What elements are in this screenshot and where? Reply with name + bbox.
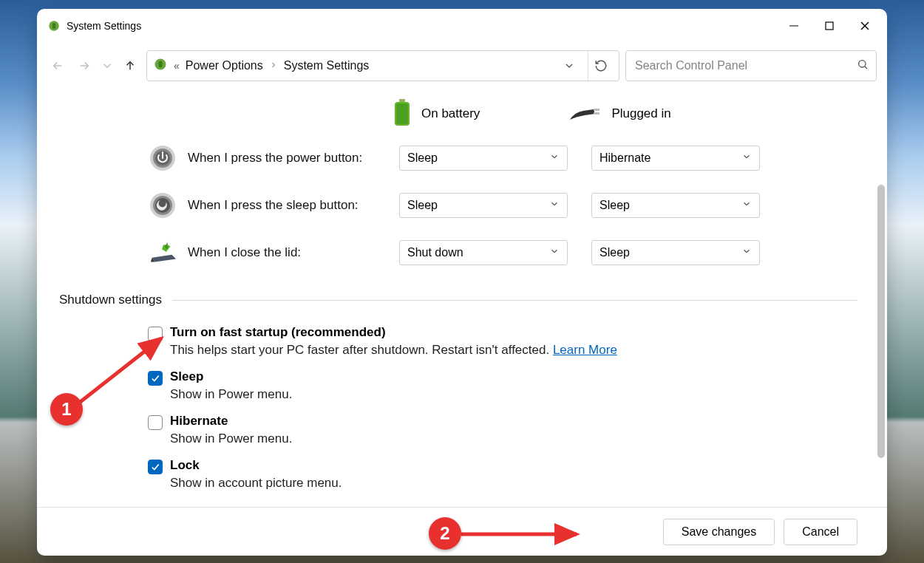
maximize-button[interactable] (812, 11, 847, 41)
row-sleep-button: When I press the sleep button: Sleep Sle… (148, 182, 857, 229)
window: System Settings « Power O (37, 9, 887, 556)
chevron-down-icon (549, 151, 560, 165)
divider (172, 300, 857, 301)
content: On battery Plugged in When I press the p… (37, 89, 887, 507)
search-icon (857, 58, 869, 73)
breadcrumb-item-power-options[interactable]: Power Options (186, 59, 263, 72)
row-label: When I press the sleep button: (188, 198, 389, 213)
column-plugged-in: Plugged in (568, 102, 670, 126)
chevron-down-icon (741, 151, 752, 165)
check-desc: This helps start your PC faster after sh… (170, 343, 617, 358)
search-box[interactable] (625, 50, 877, 81)
toolbar: « Power Options System Settings (37, 43, 887, 89)
svg-rect-13 (594, 109, 599, 111)
check-fast-startup: Turn on fast startup (recommended) This … (148, 325, 857, 358)
check-title: Sleep (170, 369, 292, 384)
recent-locations-button[interactable] (101, 55, 114, 76)
svg-point-8 (859, 61, 866, 67)
close-button[interactable] (847, 11, 883, 41)
battery-icon (392, 98, 412, 131)
row-power-button: When I press the power button: Sleep Hib… (148, 134, 857, 182)
refresh-button[interactable] (588, 51, 613, 81)
check-desc: Show in account picture menu. (170, 476, 342, 491)
svg-rect-12 (396, 103, 408, 124)
learn-more-link[interactable]: Learn More (553, 343, 617, 357)
minimize-button[interactable] (776, 11, 812, 41)
chevron-down-icon (549, 246, 560, 259)
breadcrumb-root-sep: « (174, 60, 180, 72)
search-input[interactable] (633, 58, 857, 73)
chevron-down-icon (741, 246, 752, 259)
breadcrumb-item-system-settings[interactable]: System Settings (284, 59, 370, 72)
checkbox-lock[interactable] (148, 460, 163, 474)
svg-rect-3 (826, 22, 833, 30)
select-power-plugged[interactable]: Hibernate (591, 146, 760, 171)
check-title: Hibernate (170, 414, 292, 429)
check-hibernate: Hibernate Show in Power menu. (148, 414, 857, 446)
column-on-battery: On battery (392, 98, 480, 131)
checkbox-fast-startup[interactable] (148, 327, 163, 341)
svg-rect-7 (159, 61, 163, 67)
laptop-lid-icon (148, 240, 177, 265)
row-close-lid: When I close the lid: Shut down Sleep (148, 229, 857, 276)
select-sleep-battery[interactable]: Sleep (399, 193, 568, 218)
check-sleep: Sleep Show in Power menu. (148, 369, 857, 402)
svg-rect-14 (594, 112, 599, 115)
chevron-right-icon (269, 59, 278, 72)
row-label: When I close the lid: (188, 245, 389, 260)
footer: Save changes Cancel (37, 507, 887, 556)
cancel-button[interactable]: Cancel (784, 519, 857, 545)
check-lock: Lock Show in account picture menu. (148, 458, 857, 491)
check-desc: Show in Power menu. (170, 431, 292, 446)
svg-line-9 (865, 66, 867, 69)
checkbox-sleep[interactable] (148, 371, 163, 386)
select-sleep-plugged[interactable]: Sleep (591, 193, 760, 218)
breadcrumb-icon (153, 57, 168, 75)
svg-rect-1 (52, 23, 56, 29)
scrollbar[interactable] (877, 89, 886, 507)
check-title: Turn on fast startup (recommended) (170, 325, 617, 340)
plug-icon (568, 102, 602, 126)
select-power-battery[interactable]: Sleep (399, 146, 568, 171)
power-button-icon (148, 144, 177, 172)
scrollbar-thumb[interactable] (877, 185, 885, 458)
sleep-button-icon (148, 191, 177, 219)
save-changes-button[interactable]: Save changes (663, 519, 775, 545)
row-label: When I press the power button: (188, 151, 389, 166)
column-headers: On battery Plugged in (392, 93, 857, 134)
up-button[interactable] (120, 55, 140, 76)
check-title: Lock (170, 458, 342, 473)
breadcrumb-dropdown-button[interactable] (557, 51, 582, 81)
back-button[interactable] (47, 55, 68, 76)
chevron-down-icon (741, 199, 752, 212)
forward-button[interactable] (74, 55, 95, 76)
svg-rect-10 (399, 99, 405, 102)
app-icon (47, 19, 61, 33)
section-shutdown-settings: Shutdown settings (59, 293, 857, 307)
window-title: System Settings (67, 20, 141, 32)
checkbox-hibernate[interactable] (148, 415, 163, 430)
breadcrumb[interactable]: « Power Options System Settings (146, 50, 619, 81)
check-desc: Show in Power menu. (170, 387, 292, 402)
titlebar: System Settings (37, 9, 887, 43)
select-lid-battery[interactable]: Shut down (399, 240, 568, 265)
chevron-down-icon (549, 199, 560, 212)
select-lid-plugged[interactable]: Sleep (591, 240, 760, 265)
